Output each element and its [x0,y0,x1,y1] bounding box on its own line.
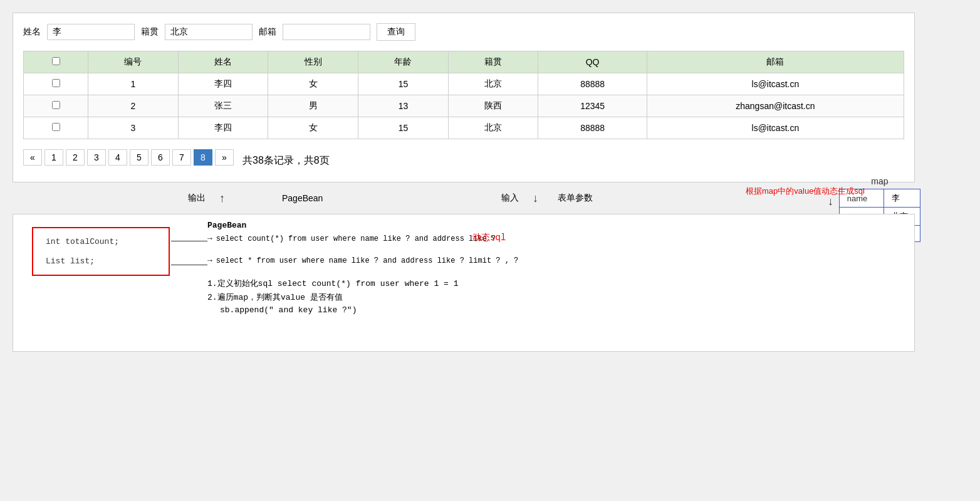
top-section: 姓名 籍贯 邮箱 查询 编号 姓名 性别 年龄 籍贯 QQ 邮箱 [13,13,915,182]
cell-qq: 88888 [538,73,647,95]
cell-hometown: 北京 [448,73,538,95]
name-input[interactable] [47,24,135,40]
page-next[interactable]: » [215,149,234,166]
col-gender: 性别 [268,51,358,73]
col-age: 年龄 [358,51,449,73]
data-table: 编号 姓名 性别 年龄 籍贯 QQ 邮箱 1 李四 女 15 北京 888 [23,51,904,139]
note1: 1.定义初始化sql select count(*) from user whe… [207,278,518,289]
col-hometown: 籍贯 [448,51,538,73]
page-3[interactable]: 3 [87,149,106,166]
col-qq: QQ [538,51,647,73]
col-id: 编号 [88,51,179,73]
row-checkbox[interactable] [52,101,60,109]
sql1-text: select count(*) from user where name lik… [216,235,496,243]
name-label: 姓名 [23,26,41,38]
cell-id: 3 [88,117,179,139]
notes-area: 1.定义初始化sql select count(*) from user whe… [207,278,518,315]
cell-age: 13 [358,95,449,117]
cell-hometown: 北京 [448,117,538,139]
page-prev[interactable]: « [23,149,42,166]
page-1[interactable]: 1 [44,149,63,166]
table-row: 2 张三 男 13 陕西 12345 zhangsan@itcast.cn [24,95,904,117]
cell-email: ls@itcast.cn [647,73,904,95]
sql-line-1: → select count(*) from user where name l… [207,234,518,243]
cell-email: zhangsan@itcast.cn [647,95,904,117]
cell-name: 李四 [178,117,268,139]
dynamic-sql-label: 动态sql [472,232,506,243]
up-arrow: ↑ [219,192,225,205]
note2: 2.遍历map，判断其value 是否有值 [207,292,518,303]
row-checkbox[interactable] [52,79,60,87]
note3: sb.append(" and key like ?") [220,305,518,315]
cell-qq: 12345 [538,95,647,117]
arrow-right-2: → [207,256,212,265]
cell-qq: 88888 [538,117,647,139]
arrow-right-1: → [207,234,212,243]
sql-line-2: → select * from user where name like ? a… [207,256,518,265]
cell-gender: 女 [268,117,358,139]
cell-gender: 男 [268,95,358,117]
page-6[interactable]: 6 [151,149,170,166]
pagebean-label: PageBean [282,193,323,203]
table-row: 1 李四 女 15 北京 88888 ls@itcast.cn [24,73,904,95]
select-all-checkbox[interactable] [52,57,60,65]
input-label: 输入 [501,192,519,204]
middle-labels: 输出 ↑ PageBean 输入 ↓ 表单参数 根据map中的value值动态生… [13,182,915,214]
email-input[interactable] [283,24,370,40]
page-4[interactable]: 4 [108,149,127,166]
cell-gender: 女 [268,73,358,95]
col-email: 邮箱 [647,51,904,73]
pagebean-box: int totalCount; List list; [32,227,170,276]
page-5[interactable]: 5 [130,149,149,166]
cell-id: 1 [88,73,179,95]
page-8[interactable]: 8 [194,149,212,166]
cell-hometown: 陕西 [448,95,538,117]
cell-age: 15 [358,117,449,139]
cell-email: ls@itcast.cn [647,117,904,139]
cell-id: 2 [88,95,179,117]
page-7[interactable]: 7 [172,149,191,166]
col-name: 姓名 [178,51,268,73]
table-row: 3 李四 女 15 北京 88888 ls@itcast.cn [24,117,904,139]
search-button[interactable]: 查询 [377,23,415,41]
search-bar: 姓名 籍贯 邮箱 查询 [23,23,904,41]
output-label: 输出 [188,192,206,204]
cell-name: 李四 [178,73,268,95]
connector-line-2 [171,265,207,265]
row-checkbox[interactable] [52,123,60,131]
cell-name: 张三 [178,95,268,117]
connector-line-1 [171,241,207,241]
hometown-label: 籍贯 [141,26,159,38]
page-info: 共38条记录，共8页 [242,154,330,167]
field1: int totalCount; [46,237,156,246]
sql2-text: select * from user where name like ? and… [216,256,518,265]
form-params-label: 表单参数 [558,192,593,204]
down-arrow: ↓ [533,192,538,205]
pagination: « 1 2 3 4 5 6 7 8 » [23,149,234,166]
hometown-input[interactable] [165,24,253,40]
field2: List list; [46,256,156,266]
right-arrow-down: ↓ [828,195,833,208]
bottom-section: int totalCount; List list; PageBean → se… [13,214,915,352]
email-label: 邮箱 [259,26,276,38]
col-checkbox [24,51,88,73]
pagebean-title: PageBean [207,221,518,230]
cell-age: 15 [358,73,449,95]
page-wrapper: 姓名 籍贯 邮箱 查询 编号 姓名 性别 年龄 籍贯 QQ 邮箱 [13,13,915,352]
right-annotation: 根据map中的value值动态生成sql [746,186,865,197]
sql-area: PageBean → select count(*) from user whe… [207,221,518,315]
page-2[interactable]: 2 [66,149,85,166]
